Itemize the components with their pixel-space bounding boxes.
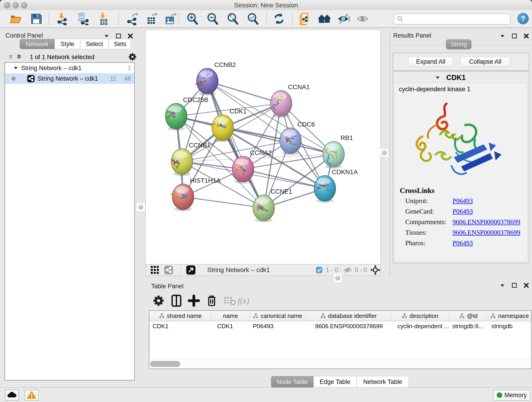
results-panel-float-button[interactable]: [511, 32, 518, 39]
zoom-selected-icon[interactable]: [247, 12, 259, 25]
collection-expand-icon[interactable]: [13, 65, 18, 70]
export-image-icon[interactable]: [164, 12, 177, 25]
birdseye-grid-icon[interactable]: [150, 265, 159, 274]
column-header-shared-name[interactable]: shared name: [149, 311, 212, 321]
network-node-CDKN1A[interactable]: CDKN1A: [314, 168, 358, 203]
horizontal-scrollbar[interactable]: [149, 359, 531, 369]
table-type-tabs: Node Table Edge Table Network Table: [271, 376, 409, 387]
crosslink-label: Uniprot:: [405, 197, 428, 205]
right-splitter-handle[interactable]: [380, 148, 389, 157]
cloud-status-button[interactable]: [5, 390, 19, 401]
network-node-CCNA2[interactable]: CCNA2: [232, 149, 272, 184]
import-network-icon[interactable]: [56, 12, 69, 25]
selected-nodes-checkbox[interactable]: [316, 267, 323, 274]
results-panel-close-icon[interactable]: [523, 32, 530, 39]
hide-selected-icon[interactable]: [337, 12, 350, 25]
network-edge[interactable]: [207, 81, 264, 208]
hidden-eye-icon[interactable]: [344, 267, 352, 274]
node-table-grid: shared name name canonical name database…: [149, 310, 532, 369]
network-row[interactable]: String Network – cdk1 11 48: [5, 73, 134, 84]
import-network-database-icon[interactable]: [76, 12, 89, 25]
show-columns-icon[interactable]: [170, 294, 183, 307]
open-session-icon[interactable]: [9, 12, 22, 25]
network-options-gear-icon[interactable]: [128, 52, 137, 61]
zoom-fit-icon[interactable]: [226, 12, 239, 25]
fit-content-crosshair-icon[interactable]: [370, 265, 380, 275]
left-splitter-handle[interactable]: [136, 203, 145, 211]
network-canvas[interactable]: CCNB2CCNA1CDC25BCDK1CDC6RB1CCNB1CCNA2CDK…: [145, 30, 381, 264]
show-all-icon[interactable]: [356, 12, 369, 25]
tab-string[interactable]: String: [446, 39, 471, 49]
network-overview-icon[interactable]: [164, 265, 173, 274]
results-panel-menu-button[interactable]: [499, 32, 506, 39]
copy-network-icon[interactable]: [298, 12, 311, 25]
zoom-in-icon[interactable]: [186, 12, 199, 25]
delete-table-icon[interactable]: [223, 294, 236, 307]
table-panel-close-icon[interactable]: [523, 282, 530, 289]
open-in-window-icon[interactable]: [186, 265, 196, 275]
column-header-database-identifier[interactable]: database identifier: [306, 311, 392, 321]
table-panel-float-button[interactable]: [511, 282, 518, 289]
table-panel-menu-button[interactable]: [499, 282, 506, 289]
crosslink-uniprot-link[interactable]: P06493: [452, 197, 473, 205]
export-network-icon[interactable]: [126, 12, 139, 25]
warning-status-button[interactable]: [25, 390, 38, 401]
search-input[interactable]: [405, 15, 510, 23]
network-collection-row[interactable]: String Network – cdk1 1: [5, 63, 134, 73]
column-header-description[interactable]: description: [391, 311, 449, 321]
column-header-name[interactable]: name: [212, 311, 250, 321]
network-edge[interactable]: [183, 197, 264, 208]
export-table-icon[interactable]: [145, 12, 158, 25]
zoom-out-icon[interactable]: [206, 12, 219, 25]
horizontal-splitter-handle[interactable]: [333, 274, 342, 282]
network-selection-status: 1 of 1 Network selected: [30, 54, 94, 61]
crosslink-genecard-link[interactable]: P06493: [452, 208, 473, 215]
navbar-separator: [181, 264, 181, 275]
column-header-namespace[interactable]: namespace: [488, 311, 531, 321]
tab-select[interactable]: Select: [80, 39, 109, 49]
delete-column-trash-icon[interactable]: [205, 294, 218, 307]
add-column-icon[interactable]: [187, 294, 200, 307]
control-panel-float-button[interactable]: [115, 32, 122, 39]
column-header-canonical-name[interactable]: canonical name: [250, 311, 306, 321]
expand-all-networks-icon[interactable]: [16, 53, 22, 60]
tab-style[interactable]: Style: [55, 39, 80, 49]
network-node-CCNE1[interactable]: CCNE1: [253, 188, 292, 222]
control-panel-menu-button[interactable]: [103, 32, 110, 39]
tab-network[interactable]: Network: [20, 39, 55, 49]
tab-network-table[interactable]: Network Table: [357, 376, 409, 388]
hidden-count: 0 - 0: [355, 267, 367, 274]
main-toolbar: ?: [0, 10, 532, 28]
collapse-all-networks-icon[interactable]: [7, 53, 14, 60]
expand-all-button[interactable]: Expand All: [408, 57, 453, 66]
network-edge[interactable]: [207, 81, 281, 103]
control-panel-close-icon[interactable]: [127, 32, 134, 39]
crosslink-tissues-link[interactable]: 9606.ENSP00000378699: [452, 229, 520, 236]
table-row[interactable]: CDK1 CDK1 P06493 9606.ENSP00000378699 cy…: [149, 321, 531, 331]
tab-node-table[interactable]: Node Table: [271, 376, 313, 388]
network-node-CDC25B[interactable]: CDC25B: [165, 96, 208, 131]
titlebar: Session: New Session: [0, 0, 532, 10]
network-node-CCNB2[interactable]: CCNB2: [196, 61, 236, 96]
collapse-all-button[interactable]: Collapse All: [461, 57, 510, 66]
import-table-icon[interactable]: [97, 12, 109, 25]
protein-collapse-icon[interactable]: [435, 75, 440, 80]
application-window: Session: New Session: [0, 0, 532, 402]
crosslink-compartments-link[interactable]: 9606.ENSP00000378699: [452, 218, 520, 226]
tab-edge-table[interactable]: Edge Table: [313, 376, 357, 388]
memory-button[interactable]: Memory: [493, 390, 530, 401]
tab-sets[interactable]: Sets: [109, 39, 131, 49]
scrollbar-thumb[interactable]: [150, 361, 180, 367]
first-neighbors-icon[interactable]: [318, 12, 331, 25]
table-options-gear-icon[interactable]: [152, 294, 165, 307]
network-node-HIST1H1A[interactable]: HIST1H1A: [171, 177, 221, 211]
help-icon[interactable]: ?: [517, 13, 529, 24]
network-node-label: CCNB2: [214, 61, 236, 68]
column-header-id[interactable]: @id: [449, 311, 488, 321]
control-panel-tabs: Network Style Select Sets: [20, 39, 131, 49]
save-session-icon[interactable]: [30, 12, 43, 25]
crosslink-pharos-link[interactable]: P06493: [452, 239, 473, 247]
network-node-RB1[interactable]: RB1: [323, 134, 353, 169]
function-builder-button[interactable]: f(x): [238, 294, 259, 307]
refresh-icon[interactable]: [273, 12, 285, 25]
